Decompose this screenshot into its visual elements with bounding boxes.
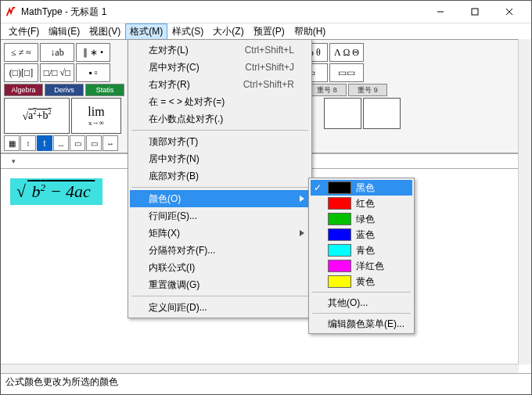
menu-separator [312,313,411,314]
symbol-palette[interactable]: ↓ab [40,43,74,62]
menu-help[interactable]: 帮助(H) [289,23,331,40]
tab-statis[interactable]: Statis [85,84,124,96]
menu-line-spacing[interactable]: 行间距(S)... [130,207,310,224]
color-label: 青色 [356,244,375,257]
tab-algebra[interactable]: Algebra [4,84,43,96]
color-label: 洋红色 [356,260,384,273]
status-bar: 公式颜色更改为所选的颜色 [1,373,531,394]
color-blue[interactable]: 蓝色 [311,227,412,242]
menu-preset[interactable]: 预置(P) [249,23,289,40]
symbol-palette[interactable]: Λ Ω Θ [329,43,364,62]
color-swatch [328,213,351,225]
symbol-palette[interactable]: ∥ ∗ • [76,43,110,62]
color-label: 黑色 [356,181,375,195]
color-black[interactable]: ✓ 黑色 [311,180,412,196]
maximize-button[interactable] [458,1,492,23]
preset-slot[interactable] [324,98,361,129]
formula-selection[interactable]: √ b2 − 4ac [10,178,102,205]
color-red[interactable]: 红色 [311,196,412,211]
mini-tool[interactable]: ↔ [102,135,118,151]
color-other[interactable]: 其他(O)... [311,295,412,311]
preset-slot[interactable] [363,98,401,129]
menu-separator [131,296,308,296]
menu-inline[interactable]: 内联公式(I) [130,259,310,276]
submenu-arrow-icon [299,229,305,237]
menu-color[interactable]: 颜色(O) [130,190,310,207]
color-label: 编辑颜色菜单(E)... [328,318,404,331]
check-icon: ✓ [314,182,322,193]
color-swatch [328,260,351,272]
vertical-scrollbar[interactable] [518,39,531,364]
menu-align-at[interactable]: 在 = < > 处对齐(=) [130,93,310,110]
color-swatch [328,197,351,210]
menu-reset-nudge[interactable]: 重置微调(G) [130,276,310,293]
color-label: 黄色 [356,275,375,289]
menu-valign-middle[interactable]: 居中对齐(N) [130,150,310,167]
menu-separator [131,130,308,131]
color-swatch [328,275,351,288]
format-menu-dropdown: 左对齐(L)Ctrl+Shift+L 居中对齐(C)Ctrl+Shift+J 右… [128,39,312,318]
color-label: 蓝色 [356,228,375,242]
menu-fence-align[interactable]: 分隔符对齐(F)... [130,242,310,259]
app-logo-icon [5,6,16,17]
mini-tool[interactable]: ▭ [70,135,85,151]
menu-separator [131,187,308,188]
preset-sqrt[interactable]: √a2+b2 [4,98,70,134]
color-cyan[interactable]: 青色 [311,242,412,258]
color-swatch [328,228,351,241]
menu-define-spacing[interactable]: 定义间距(D)... [130,299,310,316]
color-yellow[interactable]: 黄色 [311,274,412,289]
color-label: 红色 [356,197,375,210]
color-edit-menu[interactable]: 编辑颜色菜单(E)... [311,316,412,332]
svg-rect-1 [472,9,478,15]
mini-tool[interactable]: ⎵ [53,135,69,151]
mini-tool-selected[interactable]: t [37,135,52,151]
color-swatch [328,244,351,257]
tab-derivs[interactable]: Derivs [45,84,84,96]
minimize-button[interactable] [423,1,458,23]
menu-valign-top[interactable]: 顶部对齐(T) [130,133,310,150]
menu-align-center[interactable]: 居中对齐(C)Ctrl+Shift+J [130,59,310,76]
menu-view[interactable]: 视图(V) [84,23,125,40]
menu-align-left[interactable]: 左对齐(L)Ctrl+Shift+L [130,41,310,59]
menu-align-right[interactable]: 右对齐(R)Ctrl+Shift+R [130,76,310,93]
color-label: 绿色 [356,213,375,226]
template-palette[interactable]: □/□ √□ [40,63,74,82]
menu-separator [312,292,411,293]
color-label: 其他(O)... [328,296,368,310]
preset-lim[interactable]: lim x→∞ [71,98,121,134]
status-text: 公式颜色更改为所选的颜色 [5,376,118,387]
template-palette[interactable]: (□)[□] [4,63,38,82]
mini-tool[interactable]: ↕ [20,135,36,151]
menu-style[interactable]: 样式(S) [167,23,208,40]
lim-label: lim [88,105,104,119]
lim-sub: x→∞ [88,119,104,127]
submenu-arrow-icon [299,195,305,203]
app-window: MathType - 无标题 1 文件(F) 编辑(E) 视图(V) 格式(M)… [0,0,532,395]
color-magenta[interactable]: 洋红色 [311,258,412,274]
symbol-palette[interactable]: ≤ ≠ ≈ [4,43,38,62]
color-green[interactable]: 绿色 [311,211,412,227]
ruler-marker: ▾ [12,157,16,165]
menu-size[interactable]: 大小(Z) [208,23,248,40]
template-palette[interactable]: ▭▭ [329,63,364,82]
menu-file[interactable]: 文件(F) [4,23,44,40]
close-button[interactable] [492,1,527,23]
menu-format[interactable]: 格式(M) [125,23,167,40]
tab-preset[interactable]: 重号 8 [307,84,347,96]
mini-tool[interactable]: ▦ [4,135,20,151]
menu-align-decimal[interactable]: 在小数点处对齐(.) [130,110,310,127]
tab-preset[interactable]: 重号 9 [348,84,387,96]
title-bar: MathType - 无标题 1 [1,1,531,23]
color-swatch [328,181,351,194]
mini-tool[interactable]: ▭ [86,135,102,151]
template-palette[interactable]: ▪ ▫ [76,63,110,82]
menu-matrix[interactable]: 矩阵(X) [130,224,310,242]
menu-edit[interactable]: 编辑(E) [44,23,84,40]
window-title: MathType - 无标题 1 [21,5,423,19]
color-submenu: ✓ 黑色 红色 绿色 蓝色 青色 洋红色 黄色 其他(O)... 编辑颜色菜单(… [308,178,415,334]
menu-valign-bottom[interactable]: 底部对齐(B) [130,167,310,185]
menu-bar: 文件(F) 编辑(E) 视图(V) 格式(M) 样式(S) 大小(Z) 预置(P… [1,23,531,40]
